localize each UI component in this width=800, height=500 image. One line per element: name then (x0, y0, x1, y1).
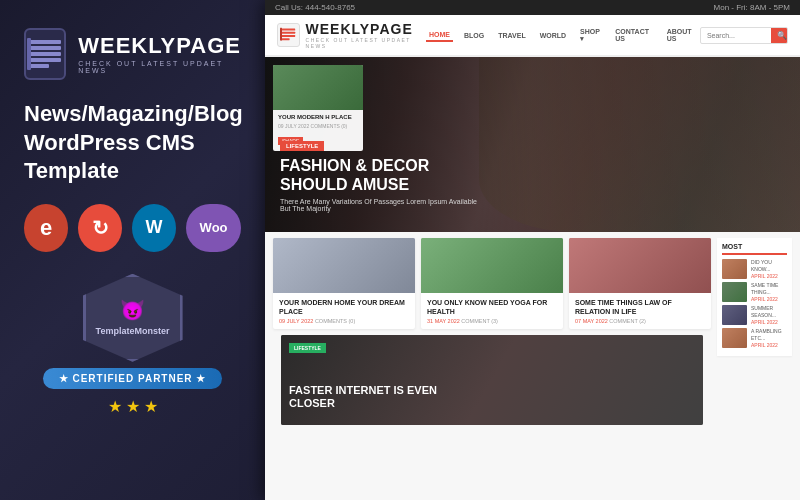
tagline-text: News/Magazing/Blog WordPress CMS Templat… (24, 101, 243, 183)
svg-rect-7 (281, 32, 295, 34)
svg-rect-5 (27, 38, 31, 70)
nav-world[interactable]: WORLD (537, 30, 569, 41)
nav-contact[interactable]: CONTACT US (612, 26, 655, 44)
site-logo-area: WEEKLYPAGE CHECK OUT LATEST UPDAET NEWS (277, 21, 426, 49)
template-monster-badge: 😈 TemplateMonster ★ CERTIFIED PARTNER ★ … (24, 274, 241, 416)
logo-icon (24, 28, 66, 80)
site-wrapper: Call Us: 444-540-8765 Mon - Fri: 8AM - 5… (265, 0, 800, 500)
logo-title: WEEKLYPAGE (78, 35, 241, 57)
sidebar-title: MOST (722, 243, 787, 255)
card-date-2: 31 MAY 2022 (427, 318, 460, 324)
sidebar-thumb-4 (722, 328, 747, 348)
card-meta-3: 07 MAY 2022 COMMENT (2) (575, 318, 705, 324)
site-search-input[interactable] (701, 29, 771, 42)
svg-rect-2 (29, 52, 61, 56)
hero-title: FASHION & DECOR SHOULD AMUSE (280, 156, 500, 194)
hero-desc: There Are Many Variations Of Passages Lo… (280, 198, 480, 212)
svg-rect-9 (281, 38, 290, 40)
svg-rect-6 (281, 29, 295, 31)
sidebar-thumb-3 (722, 305, 747, 325)
sidebar-item-text-1: DID YOU KNOW... APRIL 2022 (751, 259, 787, 279)
card-body-3: SOME TIME THINGS LAW OF RELATION IN LIFE… (569, 293, 711, 329)
svg-rect-0 (29, 40, 61, 44)
star-1: ★ (108, 397, 122, 416)
logo-text-block: WEEKLYPAGE CHECK OUT LATEST UPDAET NEWS (78, 35, 241, 74)
left-panel: WEEKLYPAGE CHECK OUT LATEST UPDAET NEWS … (0, 0, 265, 500)
nav-travel[interactable]: TRAVEL (495, 30, 528, 41)
card-date-1: 09 JULY 2022 (279, 318, 313, 324)
card-comments-2: COMMENT (3) (461, 318, 498, 324)
sidebar-list-item-2: SAME TIME THING... APRIL 2022 (722, 282, 787, 302)
nav-shop[interactable]: SHOP ▾ (577, 26, 604, 45)
svg-rect-4 (29, 64, 49, 68)
card-image-3 (569, 238, 711, 293)
hero-small-card-image (273, 65, 363, 110)
nav-about[interactable]: ABOUT US (664, 26, 700, 44)
card-comments-1: COMMENTS (0) (315, 318, 355, 324)
bottom-hero-tag: LIFESTYLE (289, 343, 326, 353)
preview-wrapper: Call Us: 444-540-8765 Mon - Fri: 8AM - 5… (265, 0, 800, 500)
badges-row: e ↻ W Woo (24, 204, 241, 252)
site-nav-links[interactable]: HOME BLOG TRAVEL WORLD SHOP ▾ CONTACT US… (426, 26, 700, 45)
card-image-2 (421, 238, 563, 293)
site-logo-icon-small (277, 23, 300, 47)
site-bottom-hero: LIFESTYLE FASTER INTERNET IS EVEN CLOSER (281, 335, 703, 425)
svg-rect-8 (281, 35, 295, 37)
hexagon-shape: 😈 TemplateMonster (83, 274, 183, 362)
svg-rect-3 (29, 58, 61, 62)
bottom-hero-title: FASTER INTERNET IS EVEN CLOSER (289, 384, 469, 410)
site-nav: WEEKLYPAGE CHECK OUT LATEST UPDAET NEWS … (265, 15, 800, 57)
site-topbar: Call Us: 444-540-8765 Mon - Fri: 8AM - 5… (265, 0, 800, 15)
nav-home[interactable]: HOME (426, 29, 453, 42)
hero-small-card-title: YOUR MODERN H PLACE (278, 114, 358, 121)
card-comments-3: COMMENT (2) (609, 318, 646, 324)
logo-subtitle: CHECK OUT LATEST UPDAET NEWS (78, 60, 241, 74)
sidebar-thumb-1 (722, 259, 747, 279)
topbar-hours: Mon - Fri: 8AM - 5PM (714, 3, 790, 12)
card-title-1: YOUR MODERN HOME YOUR DREAM PLACE (279, 298, 409, 316)
sidebar-thumb-2 (722, 282, 747, 302)
certified-partner-badge: ★ CERTIFIED PARTNER ★ (43, 368, 223, 389)
stars-row: ★ ★ ★ (108, 397, 158, 416)
sidebar-item-text-4: A RAMBLING ETC... APRIL 2022 (751, 328, 787, 348)
hero-small-card-meta: 09 JULY 2022 COMMENTS (0) (278, 123, 358, 129)
card-image-1 (273, 238, 415, 293)
monster-icon: 😈 (120, 298, 145, 322)
card-body-1: YOUR MODERN HOME YOUR DREAM PLACE 09 JUL… (273, 293, 415, 329)
elementor-badge: e (24, 204, 68, 252)
topbar-phone: Call Us: 444-540-8765 (275, 3, 355, 12)
site-sidebar: MOST DID YOU KNOW... APRIL 2022 SAME T (717, 238, 792, 425)
card-title-3: SOME TIME THINGS LAW OF RELATION IN LIFE (575, 298, 705, 316)
card-body-2: YOU ONLY KNOW NEED YOGA FOR HEALTH 31 MA… (421, 293, 563, 329)
hero-content: LIFESTYLE FASHION & DECOR SHOULD AMUSE T… (280, 134, 500, 212)
site-search-button[interactable]: 🔍 (771, 28, 788, 43)
sidebar-list-item-4: A RAMBLING ETC... APRIL 2022 (722, 328, 787, 348)
star-2: ★ (126, 397, 140, 416)
wordpress-badge: W (132, 204, 176, 252)
right-panel: Call Us: 444-540-8765 Mon - Fri: 8AM - 5… (265, 0, 800, 500)
content-card-2: YOU ONLY KNOW NEED YOGA FOR HEALTH 31 MA… (421, 238, 563, 329)
card-date-3: 07 MAY 2022 (575, 318, 608, 324)
woo-label: Woo (200, 220, 228, 235)
tagline: News/Magazing/Blog WordPress CMS Templat… (24, 100, 241, 186)
card-meta-2: 31 MAY 2022 COMMENT (3) (427, 318, 557, 324)
sidebar-item-text-2: SAME TIME THING... APRIL 2022 (751, 282, 787, 302)
card-meta-1: 09 JULY 2022 COMMENTS (0) (279, 318, 409, 324)
site-logo-sub: CHECK OUT LATEST UPDAET NEWS (306, 37, 426, 49)
site-hero: YOUR MODERN H PLACE 09 JULY 2022 COMMENT… (265, 57, 800, 232)
woocommerce-badge: Woo (186, 204, 241, 252)
card-title-2: YOU ONLY KNOW NEED YOGA FOR HEALTH (427, 298, 557, 316)
site-logo-text: WEEKLYPAGE (306, 21, 426, 37)
sidebar-item-text-3: SUMMER SEASON... APRIL 2022 (751, 305, 787, 325)
sidebar-widget: MOST DID YOU KNOW... APRIL 2022 SAME T (717, 238, 792, 356)
monster-name: TemplateMonster (96, 326, 170, 337)
site-search-box[interactable]: 🔍 (700, 27, 788, 44)
content-card-3: SOME TIME THINGS LAW OF RELATION IN LIFE… (569, 238, 711, 329)
svg-rect-1 (29, 46, 61, 50)
star-3: ★ (144, 397, 158, 416)
site-logo-text-block: WEEKLYPAGE CHECK OUT LATEST UPDAET NEWS (306, 21, 426, 49)
hero-tag: LIFESTYLE (280, 141, 324, 151)
svg-rect-10 (280, 28, 282, 41)
refresh-badge: ↻ (78, 204, 122, 252)
nav-blog[interactable]: BLOG (461, 30, 487, 41)
